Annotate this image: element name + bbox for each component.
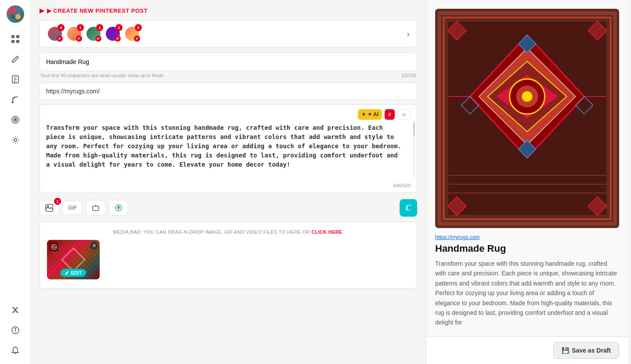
desc-count: 446/500 <box>46 183 411 188</box>
svg-point-0 <box>10 9 15 14</box>
title-hint: Your first 40 characters are what usuall… <box>40 73 417 78</box>
target-icon[interactable] <box>7 111 24 128</box>
image-icon <box>50 243 58 251</box>
image-badge-count: 1 <box>56 199 58 203</box>
save-draft-label: Save as Draft <box>572 347 611 354</box>
document-icon[interactable] <box>7 71 24 88</box>
title-input[interactable] <box>40 53 417 71</box>
canva-button[interactable]: C <box>400 199 417 217</box>
preview-desc-text: Transform your space with this stunning … <box>435 260 617 326</box>
media-drop-text: MEDIA BAR: YOU CAN DRAG-N-DROP IMAGE, GI… <box>47 229 410 235</box>
avatar-5: 2 P <box>124 26 140 42</box>
edit-image-button[interactable]: EDIT <box>60 269 86 277</box>
svg-point-19 <box>15 328 16 329</box>
avatar-4: 1 P <box>105 26 121 42</box>
emoji-btn-label: ☺ <box>401 111 407 118</box>
drop-suffix: . <box>342 229 343 235</box>
title-count: 12/100 <box>401 73 416 78</box>
bottom-bar: 💾 Save as Draft <box>426 336 628 364</box>
edit-btn-label: EDIT <box>71 270 82 275</box>
svg-point-38 <box>522 91 533 102</box>
info-icon[interactable] <box>7 322 24 339</box>
svg-rect-7 <box>16 40 19 43</box>
image-thumb: ✕ EDIT <box>47 240 100 279</box>
pinterest-badge-5: P <box>134 36 140 42</box>
pinterest-badge-4: P <box>115 36 121 42</box>
svg-point-12 <box>12 102 13 103</box>
ai-button[interactable]: ✦ ✦ AI <box>358 109 382 120</box>
avatar-1: 4 P <box>47 26 63 42</box>
sidebar <box>0 0 31 364</box>
preview-title: Handmade Rug <box>435 243 619 254</box>
page-title-text: ▶ CREATE NEW PINTEREST POST <box>47 7 148 14</box>
preview-desc: Transform your space with this stunning … <box>435 259 619 328</box>
media-drop-area: MEDIA BAR: YOU CAN DRAG-N-DROP IMAGE, GI… <box>40 222 417 289</box>
preview-url-text: https://myrugs.com <box>435 234 480 240</box>
hashtag-button[interactable]: # <box>385 109 395 120</box>
avatar-badge-2: 1 <box>77 24 84 31</box>
media-toolbar: 1 GIF C <box>40 197 417 218</box>
image-upload-button[interactable]: 1 <box>40 200 59 216</box>
avatar-2: 1 P <box>66 26 82 42</box>
avatar-badge-4: 1 <box>115 24 123 31</box>
description-wrapper: ✦ ✦ AI # ☺ Transform your space with thi… <box>40 104 417 193</box>
desc-count-value: 446/500 <box>393 183 411 188</box>
avatar-badge-3: 1 <box>96 24 103 31</box>
desc-scrollbar-thumb <box>413 122 415 136</box>
board-selector[interactable]: 4 P 1 P 1 P 1 P 2 P <box>40 20 417 47</box>
pinterest-icon: ▶ <box>40 7 44 14</box>
page-title: ▶ ▶ CREATE NEW PINTEREST POST <box>40 7 417 14</box>
form-area: ▶ ▶ CREATE NEW PINTEREST POST 4 P 1 P 1 … <box>31 0 426 364</box>
plus-button[interactable] <box>109 200 128 216</box>
ai-star-icon: ✦ <box>361 111 366 118</box>
gif-button[interactable]: GIF <box>62 201 83 215</box>
url-input[interactable] <box>46 88 411 95</box>
canva-btn-label: C <box>406 203 411 213</box>
svg-point-2 <box>10 14 15 19</box>
rss-icon[interactable] <box>7 91 24 108</box>
desc-scrollbar[interactable] <box>413 122 415 179</box>
resize-button[interactable] <box>86 200 105 216</box>
svg-rect-6 <box>11 40 14 43</box>
preview-image <box>435 9 619 228</box>
uploaded-images: ✕ EDIT <box>47 240 410 281</box>
url-input-wrapper <box>40 82 417 100</box>
title-hint-text: Your first 40 characters are what usuall… <box>40 73 164 78</box>
preview-scroll-area[interactable]: https://myrugs.com Handmade Rug Transfor… <box>426 0 628 336</box>
remove-image-button[interactable]: ✕ <box>90 242 98 250</box>
avatar-badge-1: 4 <box>58 24 65 31</box>
edit-icon[interactable] <box>7 51 24 68</box>
preview-pane: https://myrugs.com Handmade Rug Transfor… <box>426 0 628 364</box>
avatar-3: 1 P <box>86 26 101 42</box>
desc-toolbar: ✦ ✦ AI # ☺ <box>46 109 411 120</box>
svg-point-1 <box>15 9 21 14</box>
svg-point-16 <box>14 139 17 141</box>
save-icon: 💾 <box>562 347 569 354</box>
svg-rect-4 <box>11 35 14 38</box>
description-textarea[interactable]: Transform your space with this stunning … <box>46 123 404 178</box>
pinterest-badge-2: P <box>76 36 82 42</box>
click-here-link[interactable]: CLICK HERE <box>311 229 342 235</box>
drop-text-label: MEDIA BAR: YOU CAN DRAG-N-DROP IMAGE, GI… <box>113 229 310 235</box>
emoji-button[interactable]: ☺ <box>397 109 411 120</box>
rug-visual <box>435 9 619 228</box>
board-chevron: › <box>407 29 410 39</box>
bell-icon[interactable] <box>7 342 24 359</box>
title-input-wrapper: Your first 40 characters are what usuall… <box>40 53 417 78</box>
grid-icon[interactable] <box>7 31 24 47</box>
avatar-badge-5: 2 <box>135 24 142 31</box>
preview-title-text: Handmade Rug <box>435 243 506 254</box>
app-logo[interactable] <box>7 5 24 23</box>
board-avatars: 4 P 1 P 1 P 1 P 2 P <box>47 26 142 42</box>
svg-point-15 <box>14 119 16 121</box>
save-draft-button[interactable]: 💾 Save as Draft <box>553 342 619 359</box>
settings-icon[interactable] <box>7 132 24 148</box>
preview-url[interactable]: https://myrugs.com <box>435 234 619 240</box>
svg-rect-5 <box>16 35 19 38</box>
image-badge: 1 <box>54 198 61 205</box>
hash-btn-label: # <box>388 111 391 118</box>
svg-rect-22 <box>93 206 99 211</box>
gif-btn-label: GIF <box>68 205 77 211</box>
twitter-icon[interactable] <box>7 302 24 318</box>
pinterest-badge-1: P <box>57 36 63 42</box>
